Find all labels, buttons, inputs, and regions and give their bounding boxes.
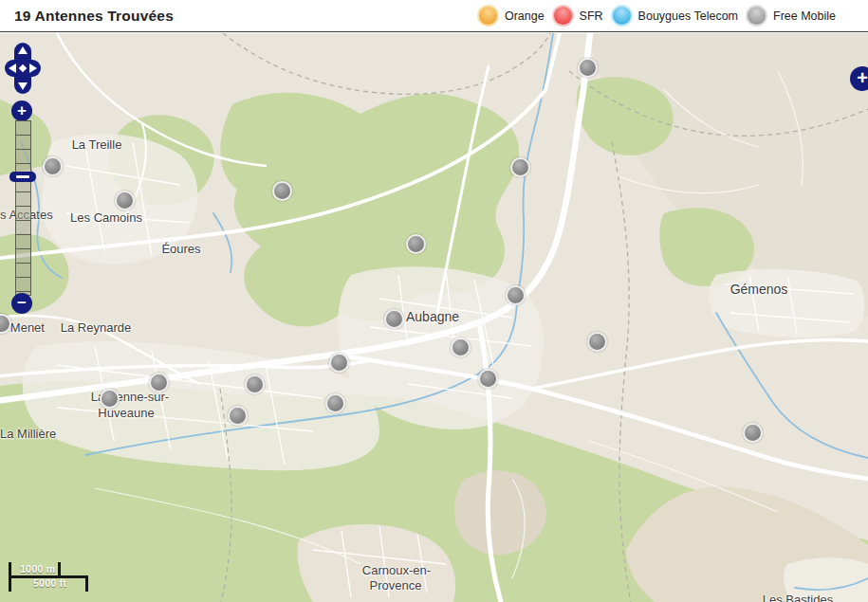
antenna-marker[interactable] xyxy=(587,332,607,352)
page-title: 19 Antennes Trouvées xyxy=(14,8,174,25)
scale-bar-left-tick xyxy=(9,562,11,592)
legend-item: Bouygues Telecom xyxy=(611,5,738,27)
antenna-marker[interactable] xyxy=(329,353,349,373)
app-window: 19 Antennes Trouvées OrangeSFRBouygues T… xyxy=(0,0,868,602)
antenna-marker[interactable] xyxy=(325,393,345,413)
antenna-marker[interactable] xyxy=(510,157,530,177)
zoom-slider-track[interactable] xyxy=(15,120,31,296)
legend: OrangeSFRBouygues TelecomFree Mobile xyxy=(477,5,868,27)
legend-item: Free Mobile xyxy=(746,5,836,27)
antenna-marker[interactable] xyxy=(506,285,526,305)
scale-bar-metric-tick xyxy=(58,562,61,578)
scale-metric-label: 1000 m xyxy=(20,563,55,575)
legend-color-icon xyxy=(552,5,574,27)
zoom-out-button[interactable]: − xyxy=(11,293,32,314)
antenna-marker[interactable] xyxy=(43,156,63,176)
map-viewport[interactable]: La Treilles AccatesLes CamoinsÉouresit-M… xyxy=(0,33,868,602)
antenna-marker[interactable] xyxy=(228,406,248,426)
antenna-marker[interactable] xyxy=(115,191,135,210)
legend-item-label: Orange xyxy=(505,9,545,23)
legend-item-label: SFR xyxy=(580,9,603,23)
legend-color-icon xyxy=(746,5,767,27)
pan-up-button[interactable] xyxy=(18,46,28,54)
antenna-marker[interactable] xyxy=(743,423,763,443)
legend-color-icon xyxy=(611,5,633,27)
legend-item-label: Bouygues Telecom xyxy=(638,9,738,23)
pan-down-button[interactable] xyxy=(18,82,28,90)
antenna-marker[interactable] xyxy=(100,389,120,409)
zoom-in-button[interactable]: + xyxy=(11,100,32,121)
scale-bar-imperial-tick xyxy=(85,575,88,592)
legend-color-icon xyxy=(477,5,499,27)
antenna-marker[interactable] xyxy=(384,309,404,329)
antenna-marker[interactable] xyxy=(149,373,169,392)
scale-imperial-label: 5000 ft xyxy=(33,577,66,589)
layer-switcher-button[interactable]: + xyxy=(850,66,868,91)
pan-control xyxy=(5,43,41,94)
map-base-tiles xyxy=(0,33,868,602)
legend-item: SFR xyxy=(552,5,603,27)
header: 19 Antennes Trouvées OrangeSFRBouygues T… xyxy=(0,0,868,32)
antenna-marker[interactable] xyxy=(578,58,598,78)
scale-bar: 1000 m 5000 ft xyxy=(9,562,90,592)
zoom-slider-handle[interactable] xyxy=(9,172,36,182)
antenna-marker[interactable] xyxy=(478,369,498,389)
legend-item: Orange xyxy=(477,5,545,27)
antenna-marker[interactable] xyxy=(406,234,426,254)
antenna-marker[interactable] xyxy=(451,337,471,357)
pan-right-button[interactable] xyxy=(29,64,37,73)
legend-item-label: Free Mobile xyxy=(773,9,836,23)
antenna-marker[interactable] xyxy=(245,374,265,394)
antenna-marker[interactable] xyxy=(272,181,292,201)
pan-left-button[interactable] xyxy=(9,64,16,73)
